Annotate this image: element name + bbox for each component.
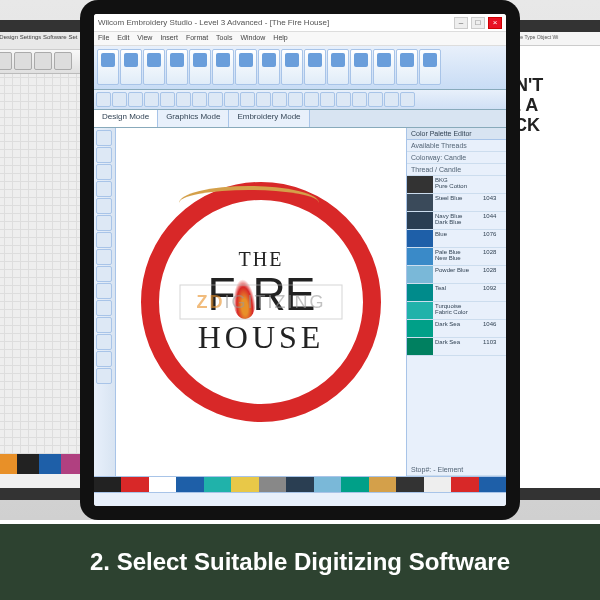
tool-icon[interactable] — [96, 147, 112, 163]
ribbon-button[interactable] — [350, 49, 372, 85]
thread-row[interactable]: Blue1076 — [407, 230, 506, 248]
toolbar-button[interactable] — [144, 92, 159, 107]
thread-row[interactable]: Dark Sea1046 — [407, 320, 506, 338]
thread-swatch[interactable] — [407, 212, 433, 229]
tool-icon[interactable] — [34, 52, 52, 70]
tool-icon[interactable] — [96, 181, 112, 197]
ribbon-button[interactable] — [235, 49, 257, 85]
thread-row[interactable]: Dark Sea1103 — [407, 338, 506, 356]
minimize-button[interactable]: – — [454, 17, 468, 29]
swatch[interactable] — [451, 477, 478, 492]
toolbar-button[interactable] — [320, 92, 335, 107]
swatch[interactable] — [17, 454, 39, 474]
ribbon-button[interactable] — [396, 49, 418, 85]
toolbar-button[interactable] — [288, 92, 303, 107]
swatch[interactable] — [39, 454, 61, 474]
swatch[interactable] — [204, 477, 231, 492]
toolbar-button[interactable] — [224, 92, 239, 107]
colorway-label[interactable]: Colorway: Candle — [407, 152, 506, 164]
toolbar-button[interactable] — [128, 92, 143, 107]
tab-design-mode[interactable]: Design Mode — [94, 110, 158, 127]
maximize-button[interactable]: □ — [471, 17, 485, 29]
tool-icon[interactable] — [14, 52, 32, 70]
swatch[interactable] — [259, 477, 286, 492]
ribbon-button[interactable] — [143, 49, 165, 85]
tool-icon[interactable] — [0, 52, 12, 70]
menu-help[interactable]: Help — [273, 34, 287, 43]
tool-icon[interactable] — [96, 249, 112, 265]
ribbon-button[interactable] — [189, 49, 211, 85]
tool-icon[interactable] — [96, 300, 112, 316]
swatch[interactable] — [121, 477, 148, 492]
tab-embroidery-mode[interactable]: Embroidery Mode — [229, 110, 309, 127]
thread-row[interactable]: BKGPure Cotton — [407, 176, 506, 194]
thread-row[interactable]: Pale BlueNew Blue1028 — [407, 248, 506, 266]
close-button[interactable]: × — [488, 17, 502, 29]
ribbon-button[interactable] — [120, 49, 142, 85]
swatch[interactable] — [479, 477, 506, 492]
toolbar-button[interactable] — [368, 92, 383, 107]
toolbar-button[interactable] — [384, 92, 399, 107]
menu-tools[interactable]: Tools — [216, 34, 232, 43]
tool-icon[interactable] — [96, 215, 112, 231]
ribbon-button[interactable] — [419, 49, 441, 85]
thread-swatch[interactable] — [407, 248, 433, 265]
toolbar-button[interactable] — [176, 92, 191, 107]
menu-format[interactable]: Format — [186, 34, 208, 43]
toolbar-button[interactable] — [336, 92, 351, 107]
tool-icon[interactable] — [96, 368, 112, 384]
thread-swatch[interactable] — [407, 338, 433, 355]
menu-window[interactable]: Window — [240, 34, 265, 43]
toolbar-button[interactable] — [352, 92, 367, 107]
thread-swatch[interactable] — [407, 194, 433, 211]
toolbar-button[interactable] — [160, 92, 175, 107]
thread-swatch[interactable] — [407, 320, 433, 337]
swatch[interactable] — [94, 477, 121, 492]
tool-icon[interactable] — [96, 130, 112, 146]
ribbon-button[interactable] — [166, 49, 188, 85]
swatch[interactable] — [396, 477, 423, 492]
menu-edit[interactable]: Edit — [117, 34, 129, 43]
swatch[interactable] — [149, 477, 176, 492]
ribbon-button[interactable] — [258, 49, 280, 85]
toolbar-button[interactable] — [272, 92, 287, 107]
tool-icon[interactable] — [96, 164, 112, 180]
ribbon-button[interactable] — [281, 49, 303, 85]
toolbar-button[interactable] — [208, 92, 223, 107]
ribbon-button[interactable] — [304, 49, 326, 85]
thread-swatch[interactable] — [407, 284, 433, 301]
swatch[interactable] — [286, 477, 313, 492]
ribbon-button[interactable] — [373, 49, 395, 85]
ribbon-button[interactable] — [327, 49, 349, 85]
tool-icon[interactable] — [96, 266, 112, 282]
tool-icon[interactable] — [96, 317, 112, 333]
swatch[interactable] — [424, 477, 451, 492]
toolbar-button[interactable] — [96, 92, 111, 107]
swatch[interactable] — [231, 477, 258, 492]
menu-insert[interactable]: Insert — [160, 34, 178, 43]
swatch[interactable] — [314, 477, 341, 492]
tab-graphics-mode[interactable]: Graphics Mode — [158, 110, 229, 127]
ribbon-button[interactable] — [212, 49, 234, 85]
toolbar-button[interactable] — [400, 92, 415, 107]
swatch[interactable] — [369, 477, 396, 492]
toolbar-button[interactable] — [112, 92, 127, 107]
bottom-color-palette[interactable] — [94, 476, 506, 492]
thread-row[interactable]: Powder Blue1028 — [407, 266, 506, 284]
menu-file[interactable]: File — [98, 34, 109, 43]
toolbar-button[interactable] — [240, 92, 255, 107]
tool-icon[interactable] — [96, 283, 112, 299]
ribbon-button[interactable] — [97, 49, 119, 85]
tool-icon[interactable] — [96, 334, 112, 350]
tool-icon[interactable] — [96, 198, 112, 214]
thread-swatch[interactable] — [407, 176, 433, 193]
design-canvas[interactable]: THE FRE HOUSE ZDIGITIZING — [116, 128, 406, 476]
thread-swatch[interactable] — [407, 230, 433, 247]
swatch[interactable] — [341, 477, 368, 492]
thread-swatch[interactable] — [407, 302, 433, 319]
thread-swatch[interactable] — [407, 266, 433, 283]
tool-icon[interactable] — [96, 232, 112, 248]
thread-row[interactable]: TurquoiseFabric Color — [407, 302, 506, 320]
toolbar-button[interactable] — [304, 92, 319, 107]
toolbar-button[interactable] — [256, 92, 271, 107]
